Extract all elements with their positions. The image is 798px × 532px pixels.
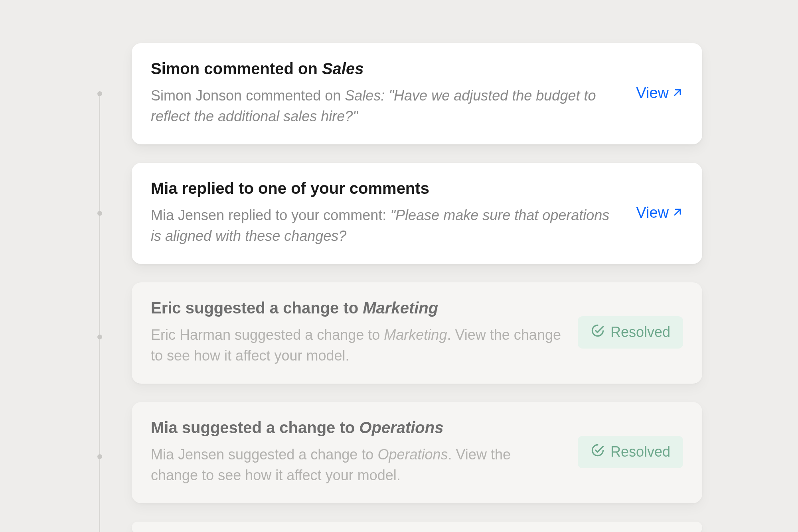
arrow-up-right-icon bbox=[672, 85, 683, 102]
timeline-dot bbox=[97, 91, 102, 96]
title-text: Eric suggested a change to bbox=[151, 299, 363, 317]
title-text: Simon commented on bbox=[151, 60, 322, 77]
body-text: Mia Jensen suggested a change to bbox=[151, 446, 377, 463]
title-text: Mia replied to one of your comments bbox=[151, 179, 429, 197]
notification-title: Simon commented on Sales bbox=[151, 59, 620, 78]
view-label: View bbox=[636, 204, 669, 221]
resolved-badge: Resolved bbox=[578, 316, 683, 349]
notification-body: Eric Harman suggested a change to Market… bbox=[151, 325, 562, 366]
title-text: Mia suggested a change to bbox=[151, 419, 359, 436]
svg-line-1 bbox=[675, 209, 680, 215]
body-text: Simon Jonson commented on bbox=[151, 87, 345, 104]
notification-body: Mia Jensen suggested a change to Operati… bbox=[151, 444, 562, 486]
notification-body: Simon Jonson commented on Sales: "Have w… bbox=[151, 85, 620, 127]
timeline-line bbox=[99, 91, 100, 532]
check-circle-icon bbox=[591, 323, 605, 341]
notification-title: Mia suggested a change to Operations bbox=[151, 418, 562, 437]
svg-line-0 bbox=[675, 90, 680, 95]
timeline-dot bbox=[97, 335, 102, 339]
notification-card: Mia replied to one of your comments Mia … bbox=[132, 163, 702, 264]
body-text: Eric Harman suggested a change to bbox=[151, 327, 384, 343]
title-emphasis: Operations bbox=[359, 419, 443, 436]
resolved-label: Resolved bbox=[610, 443, 670, 460]
resolved-label: Resolved bbox=[610, 324, 670, 341]
timeline-dot bbox=[97, 211, 102, 216]
title-emphasis: Sales bbox=[322, 60, 364, 77]
title-emphasis: Marketing bbox=[363, 299, 438, 317]
view-button[interactable]: View bbox=[636, 85, 683, 102]
timeline-dot bbox=[97, 454, 102, 459]
notification-card: Eric suggested a change to Marketing Eri… bbox=[132, 282, 702, 384]
notification-title: Eric suggested a change to Marketing bbox=[151, 298, 562, 317]
body-emphasis: Operations bbox=[377, 446, 448, 463]
arrow-up-right-icon bbox=[672, 204, 683, 221]
notification-body: Mia Jensen replied to your comment: "Ple… bbox=[151, 205, 620, 246]
resolved-badge: Resolved bbox=[578, 436, 683, 468]
body-text: Mia Jensen replied to your comment: bbox=[151, 207, 390, 223]
view-button[interactable]: View bbox=[636, 204, 683, 221]
notification-card: Simon commented on Sales Simon Jonson co… bbox=[132, 43, 702, 144]
notification-card-peek bbox=[132, 522, 702, 532]
body-emphasis: Marketing bbox=[384, 327, 447, 343]
notification-card: Mia suggested a change to Operations Mia… bbox=[132, 402, 702, 503]
check-circle-icon bbox=[591, 443, 605, 461]
view-label: View bbox=[636, 85, 669, 102]
notification-title: Mia replied to one of your comments bbox=[151, 179, 620, 198]
